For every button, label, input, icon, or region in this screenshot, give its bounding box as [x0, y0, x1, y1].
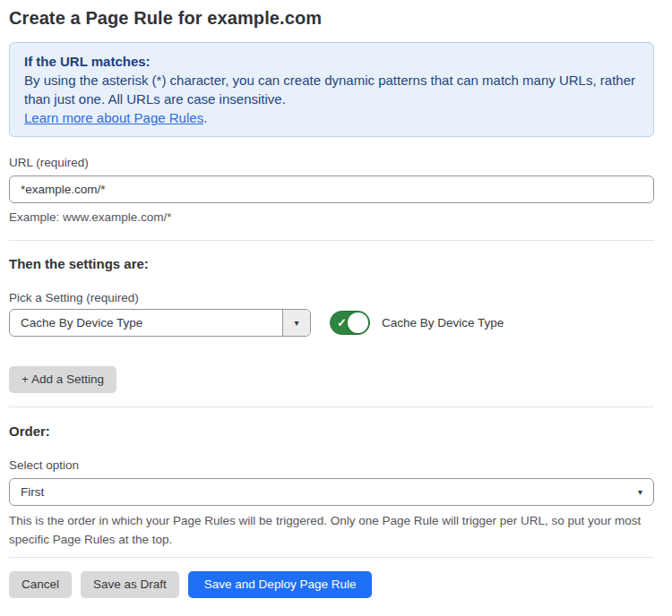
toggle-label: Cache By Device Type	[382, 316, 504, 329]
order-select[interactable]: First ▾	[9, 478, 654, 506]
check-icon: ✓	[337, 316, 347, 329]
info-box-link-line: Learn more about Page Rules.	[24, 108, 639, 127]
toggle-knob	[348, 312, 368, 333]
order-select-value: First	[21, 485, 638, 499]
url-input[interactable]	[9, 175, 654, 203]
url-match-info-box: If the URL matches: By using the asteris…	[9, 42, 654, 137]
setting-select-value: Cache By Device Type	[10, 310, 282, 336]
save-as-draft-button[interactable]: Save as Draft	[81, 571, 179, 598]
order-select-label: Select option	[9, 458, 654, 473]
setting-row: Cache By Device Type ▾ ✓ Cache By Device…	[9, 309, 654, 337]
divider	[9, 557, 654, 558]
url-example-helper: Example: www.example.com/*	[9, 208, 654, 227]
url-field-label: URL (required)	[9, 156, 654, 170]
setting-select-arrow-button[interactable]: ▾	[282, 310, 310, 336]
settings-section-heading: Then the settings are:	[9, 256, 654, 272]
divider	[9, 406, 654, 407]
learn-more-link[interactable]: Learn more about Page Rules	[24, 110, 203, 125]
divider	[9, 240, 654, 241]
order-section-heading: Order:	[9, 424, 654, 440]
info-box-body: By using the asterisk (*) character, you…	[24, 71, 639, 108]
info-box-heading: If the URL matches:	[24, 52, 639, 71]
add-setting-button[interactable]: + Add a Setting	[9, 366, 116, 393]
cache-device-toggle[interactable]: ✓	[330, 311, 370, 335]
page-rule-form: Create a Page Rule for example.com If th…	[0, 0, 672, 616]
page-title: Create a Page Rule for example.com	[9, 7, 654, 29]
chevron-down-icon: ▾	[638, 487, 642, 497]
save-and-deploy-button[interactable]: Save and Deploy Page Rule	[188, 571, 373, 598]
actions-row: Cancel Save as Draft Save and Deploy Pag…	[9, 571, 654, 598]
chevron-down-icon: ▾	[294, 318, 298, 328]
order-helper-text: This is the order in which your Page Rul…	[9, 511, 654, 549]
pick-setting-label: Pick a Setting (required)	[9, 291, 654, 305]
cancel-button[interactable]: Cancel	[9, 571, 72, 598]
link-suffix: .	[203, 110, 207, 125]
setting-select[interactable]: Cache By Device Type ▾	[9, 309, 311, 337]
